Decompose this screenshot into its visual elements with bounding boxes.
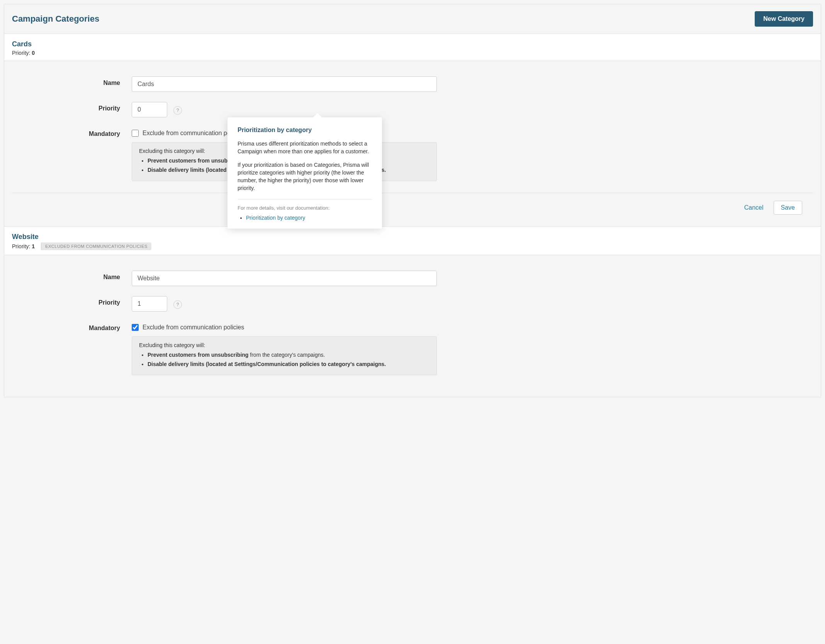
new-category-button[interactable]: New Category [755, 11, 813, 27]
page-header: Campaign Categories New Category [4, 4, 821, 34]
popover-paragraph: Prisma uses different prioritization met… [238, 140, 372, 156]
priority-input[interactable] [132, 102, 167, 117]
exclude-checkbox[interactable] [132, 130, 139, 137]
name-input[interactable] [132, 271, 437, 286]
popover-title: Prioritization by category [238, 127, 372, 134]
category-form: Name Priority ? Prioritization by catego… [4, 61, 821, 226]
excluded-badge: EXCLUDED FROM COMMUNICATION POLICIES [41, 242, 151, 250]
priority-help-popover: Prioritization by category Prisma uses d… [227, 117, 382, 229]
category-block: Cards Priority: 0 Name Priority ? [4, 34, 821, 227]
priority-summary: Priority: 1 EXCLUDED FROM COMMUNICATION … [12, 242, 813, 250]
save-button[interactable]: Save [774, 201, 802, 215]
help-icon[interactable]: ? [173, 106, 182, 115]
exclude-checkbox[interactable] [132, 324, 139, 331]
name-label: Name [12, 271, 132, 281]
cancel-button[interactable]: Cancel [740, 201, 768, 214]
priority-label: Priority [12, 296, 132, 306]
priority-input[interactable] [132, 296, 167, 312]
mandatory-label: Mandatory [12, 127, 132, 137]
category-title: Website [12, 233, 813, 241]
help-icon[interactable]: ? [173, 300, 182, 309]
category-block: Website Priority: 1 EXCLUDED FROM COMMUN… [4, 227, 821, 397]
popover-footer: For more details, visit our documentatio… [238, 205, 372, 211]
info-bullet: Disable delivery limits (located at Sett… [148, 361, 429, 368]
priority-label: Priority [12, 102, 132, 112]
popover-paragraph: If your prioritization is based on Categ… [238, 161, 372, 192]
category-title: Cards [12, 40, 813, 48]
form-actions: Cancel Save [12, 193, 813, 215]
category-form: Name Priority ? Mandatory [4, 255, 821, 397]
exclude-checkbox-label: Exclude from communication policies [143, 324, 244, 331]
exclude-info-box: Excluding this category will: Prevent cu… [132, 336, 437, 375]
page-title: Campaign Categories [12, 14, 99, 24]
priority-summary: Priority: 0 [12, 50, 813, 56]
category-header: Website Priority: 1 EXCLUDED FROM COMMUN… [4, 227, 821, 255]
popover-doc-link[interactable]: Prioritization by category [246, 215, 305, 221]
mandatory-label: Mandatory [12, 322, 132, 332]
name-label: Name [12, 76, 132, 86]
info-bullet: Prevent customers from unsubscribing fro… [148, 351, 429, 359]
name-input[interactable] [132, 76, 437, 92]
category-header: Cards Priority: 0 [4, 34, 821, 61]
